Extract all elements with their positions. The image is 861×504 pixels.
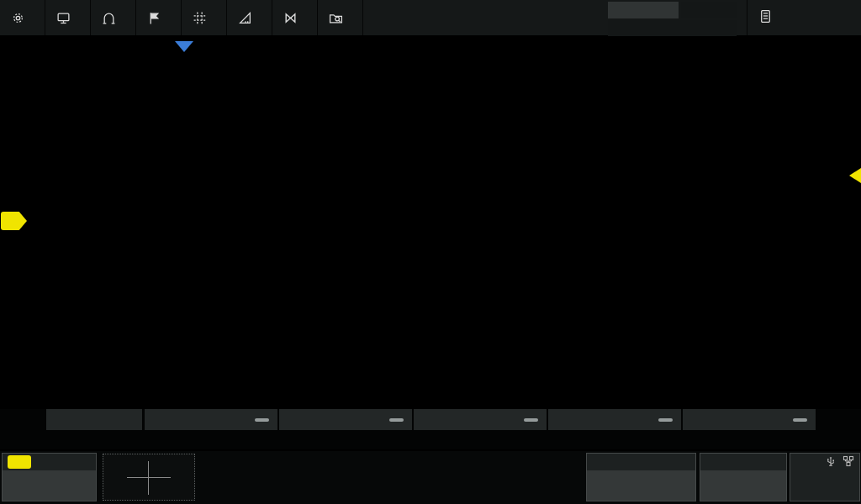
empty-channel-slot[interactable] — [103, 454, 195, 501]
run-state-badge[interactable] — [681, 2, 737, 18]
trigger-level-marker[interactable] — [849, 168, 861, 183]
measure-col-pkpk[interactable] — [145, 409, 277, 430]
footer-bar — [0, 451, 861, 504]
arch-icon — [101, 10, 116, 25]
channel1-badge[interactable] — [8, 455, 31, 469]
clock-date — [790, 486, 859, 501]
bowtie-icon — [283, 10, 298, 25]
measure-col-duty[interactable] — [548, 409, 681, 430]
system-setting-button[interactable] — [747, 0, 861, 35]
brand-cluster — [608, 0, 738, 37]
clock-time — [790, 470, 859, 486]
menu-utility[interactable] — [0, 0, 45, 35]
measure-title — [46, 409, 142, 430]
measure-panel — [0, 409, 861, 449]
frequency-readout — [608, 20, 737, 36]
measure-col-rms[interactable] — [279, 409, 412, 430]
timebase-descriptor[interactable] — [586, 453, 696, 501]
menu-trigger[interactable] — [136, 0, 182, 35]
measure-col-amplitude[interactable] — [683, 409, 816, 430]
remove-measure-icon[interactable] — [389, 418, 404, 422]
monitor-icon — [55, 10, 71, 25]
list-doc-icon — [759, 9, 772, 26]
cursors-grid-icon — [192, 10, 207, 25]
siglent-logo — [608, 2, 679, 18]
remove-measure-icon[interactable] — [524, 418, 538, 422]
menu-math[interactable] — [272, 0, 318, 35]
status-box — [790, 453, 860, 501]
ruler-triangle-icon — [237, 10, 252, 25]
menu-display[interactable] — [45, 0, 91, 35]
crosshair-icon — [127, 477, 171, 478]
menu-acquire[interactable] — [91, 0, 136, 35]
menu-measure[interactable] — [227, 0, 272, 35]
usb-icon — [826, 455, 836, 470]
oscilloscope-screen — [0, 0, 861, 504]
remove-measure-icon[interactable] — [658, 418, 673, 422]
measure-header-row — [0, 409, 861, 430]
crosshair-icon — [148, 461, 149, 495]
measure-col-mean[interactable] — [414, 409, 547, 430]
menu-cursors[interactable] — [182, 0, 227, 35]
trigger-position-marker[interactable] — [175, 41, 193, 52]
menu-analysis[interactable] — [318, 0, 363, 35]
channel1-descriptor[interactable] — [2, 453, 97, 501]
folder-search-icon — [328, 10, 343, 25]
remove-measure-icon[interactable] — [255, 418, 269, 422]
remove-measure-icon[interactable] — [793, 418, 807, 422]
gear-icon — [10, 10, 25, 25]
trigger-descriptor[interactable] — [700, 453, 787, 501]
close-icon[interactable] — [837, 410, 855, 428]
lan-icon — [843, 455, 854, 470]
flag-icon — [146, 10, 161, 25]
